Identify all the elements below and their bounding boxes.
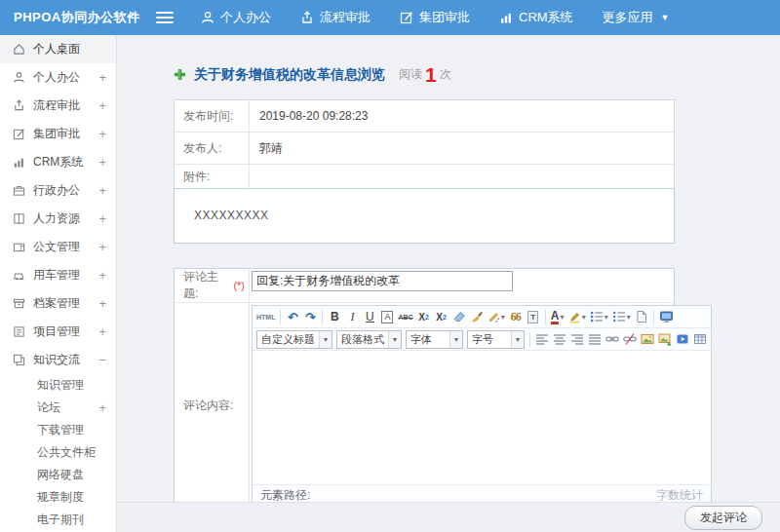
strikethrough-button[interactable]: ABC	[397, 308, 413, 326]
expand-toggle[interactable]: +	[97, 183, 106, 198]
green-plus-icon	[174, 68, 186, 81]
insert-media-button[interactable]	[675, 330, 690, 349]
fullscreen-button[interactable]	[658, 308, 675, 326]
insert-table-button[interactable]	[692, 330, 708, 349]
nav-group-approval[interactable]: 集团审批	[400, 9, 470, 26]
char-border-button[interactable]: A	[379, 308, 395, 326]
bar-chart-icon	[13, 156, 25, 169]
table-row: 附件:	[175, 165, 674, 188]
draw-color-dropdown[interactable]: ▾	[487, 308, 506, 326]
sidebar-subitem-knowledge-mgmt[interactable]: 知识管理	[0, 374, 116, 397]
sidebar-subitem-network-drive[interactable]: 网络硬盘	[0, 464, 116, 486]
undo-button[interactable]: ↶	[285, 308, 300, 326]
sup-base: X	[418, 312, 425, 323]
align-justify-button[interactable]	[587, 330, 603, 349]
sidebar-item-admin-office[interactable]: 行政办公 +	[0, 176, 116, 205]
sidebar-item-vehicle-mgmt[interactable]: 用车管理 +	[0, 261, 116, 289]
sidebar-item-hr[interactable]: 人力资源 +	[0, 205, 116, 233]
expand-toggle[interactable]: +	[97, 400, 106, 415]
remove-format-button[interactable]	[451, 308, 467, 326]
remove-link-button[interactable]	[622, 330, 638, 349]
home-icon	[13, 43, 25, 56]
custom-heading-select[interactable]: 自定义标题 ▾	[256, 330, 332, 349]
html-source-button[interactable]: HTML	[255, 308, 276, 326]
nav-workflow-approval[interactable]: 流程审批	[300, 9, 370, 26]
sidebar-item-label: 个人桌面	[33, 41, 97, 57]
sidebar-item-workflow-approval[interactable]: 流程审批 +	[0, 92, 116, 120]
insert-link-button[interactable]	[604, 330, 620, 349]
nav-more-apps[interactable]: 更多应用 ▼	[603, 9, 670, 26]
sidebar-subitem-forum[interactable]: 论坛 +	[0, 397, 116, 419]
comment-editor-cell: HTML ↶ ↷ B I U A ABC X2 X2	[250, 303, 714, 502]
submit-comment-button[interactable]: 发起评论	[684, 506, 762, 530]
hamburger-menu-icon[interactable]	[156, 12, 174, 23]
unordered-list-dropdown[interactable]: ▾	[611, 308, 632, 326]
ordered-list-dropdown[interactable]: ▾	[589, 308, 609, 326]
insert-image-button[interactable]	[640, 330, 655, 349]
expand-toggle[interactable]: +	[97, 127, 106, 141]
chevron-down-icon[interactable]: ▾	[511, 331, 524, 348]
redo-button[interactable]: ↷	[302, 308, 318, 326]
sidebar-item-crm[interactable]: CRM系统 +	[0, 148, 116, 176]
expand-toggle[interactable]: +	[97, 211, 106, 226]
expand-toggle[interactable]: +	[97, 98, 106, 113]
expand-toggle[interactable]: +	[97, 296, 106, 311]
upload-image-button[interactable]	[657, 330, 673, 349]
nav-crm-system[interactable]: CRM系统	[499, 9, 573, 26]
nav-personal-office[interactable]: 个人办公	[201, 9, 271, 26]
font-size-select[interactable]: 字号 ▾	[467, 330, 525, 349]
article-title: 关于财务增值税的改革信息浏览	[194, 66, 385, 84]
sidebar-subitem-rules[interactable]: 规章制度	[0, 486, 116, 509]
expand-toggle[interactable]: +	[97, 155, 106, 170]
toolbar-separator	[653, 310, 654, 324]
expand-toggle[interactable]: +	[97, 240, 106, 254]
editor-content-area[interactable]	[253, 351, 711, 484]
underline-button[interactable]: U	[362, 308, 377, 326]
superscript-button[interactable]: X2	[416, 308, 432, 326]
sidebar-item-label: 公文管理	[33, 239, 97, 255]
subscript-button[interactable]: X2	[434, 308, 449, 326]
chevron-down-icon[interactable]: ▾	[388, 331, 401, 348]
app-logo: PHPOA协同办公软件	[0, 9, 156, 26]
font-family-select[interactable]: 字体 ▾	[406, 330, 463, 349]
attachment-value	[250, 165, 674, 188]
user-icon	[13, 71, 25, 84]
align-center-button[interactable]	[552, 330, 567, 349]
align-right-button[interactable]	[569, 330, 585, 349]
chevron-down-icon[interactable]: ▾	[449, 331, 462, 348]
archive-icon	[13, 297, 25, 310]
expand-toggle[interactable]: +	[97, 268, 106, 283]
sidebar-subitem-public-file-cabinet[interactable]: 公共文件柜	[0, 441, 116, 464]
sidebar-item-group-approval[interactable]: 集团审批 +	[0, 120, 116, 148]
format-painter-button[interactable]	[469, 308, 485, 326]
sidebar-subitem-e-journal[interactable]: 电子期刊	[0, 509, 116, 531]
media-icon	[676, 332, 689, 346]
comment-subject-input[interactable]	[252, 271, 513, 291]
sidebar-subitem-download-mgmt[interactable]: 下载管理	[0, 419, 116, 441]
table-row: 发布人: 郭靖	[175, 133, 674, 165]
briefcase-icon	[13, 184, 25, 197]
bold-button[interactable]: B	[327, 308, 342, 326]
read-count: 1	[425, 64, 437, 85]
paragraph-format-select[interactable]: 段落格式 ▾	[336, 330, 402, 349]
chevron-down-icon[interactable]: ▾	[319, 331, 332, 348]
chevron-down-icon: ▼	[661, 13, 670, 22]
sidebar-item-document-mgmt[interactable]: 公文管理 +	[0, 233, 116, 261]
expand-toggle[interactable]: +	[97, 70, 106, 85]
align-left-button[interactable]	[534, 330, 550, 349]
sidebar-item-label: 流程审批	[33, 97, 97, 114]
expand-toggle[interactable]: +	[97, 324, 106, 339]
blockquote-button[interactable]: 66	[508, 308, 524, 326]
sidebar-item-personal-office[interactable]: 个人办公 +	[0, 63, 116, 92]
sidebar-item-archive-mgmt[interactable]: 档案管理 +	[0, 289, 116, 318]
paste-plain-text-button[interactable]: T	[526, 308, 541, 326]
blank-page-icon	[635, 310, 648, 323]
italic-button[interactable]: I	[344, 308, 360, 326]
sidebar-item-desktop[interactable]: 个人桌面	[0, 35, 116, 63]
sidebar-item-project-mgmt[interactable]: 项目管理 +	[0, 318, 116, 346]
collapse-toggle[interactable]: −	[97, 353, 106, 367]
sidebar-item-knowledge-exchange[interactable]: 知识交流 −	[0, 346, 116, 374]
highlight-color-dropdown[interactable]: ▾	[567, 308, 587, 326]
new-document-button[interactable]	[634, 308, 649, 326]
font-color-dropdown[interactable]: A ▾	[550, 308, 566, 326]
